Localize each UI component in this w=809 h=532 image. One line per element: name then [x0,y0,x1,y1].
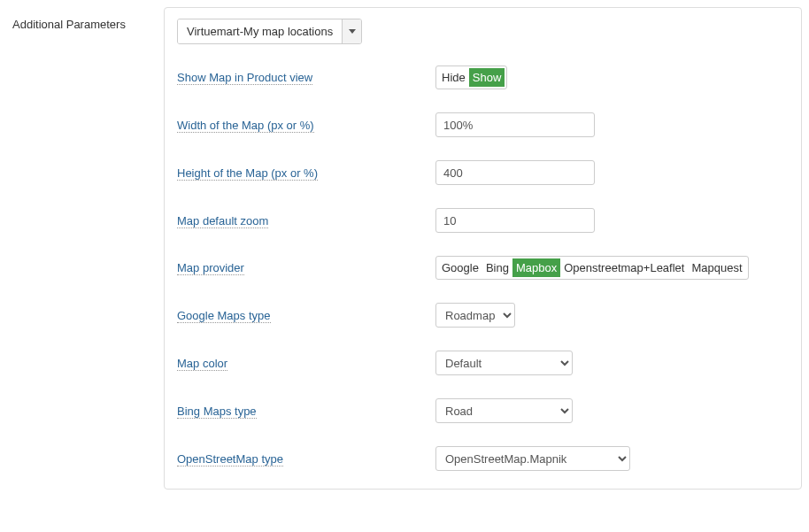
chevron-down-icon [342,19,361,43]
show-map-label: Show Map in Product view [177,71,435,84]
height-label: Height of the Map (px or %) [177,166,435,180]
bing-type-select[interactable]: Road [435,398,573,423]
show-map-option-show[interactable]: Show [469,68,505,87]
provider-option-mapbox[interactable]: Mapbox [512,258,560,277]
parameters-panel: Virtuemart-My map locations Show Map in … [164,7,802,490]
show-map-option-hide[interactable]: Hide [438,68,469,87]
section-title: Additional Parameters [7,7,153,31]
height-label-link[interactable]: Height of the Map (px or %) [177,166,318,181]
provider-option-google[interactable]: Google [438,258,482,277]
provider-label-link[interactable]: Map provider [177,261,244,275]
provider-option-bing[interactable]: Bing [482,258,512,277]
bing-type-label: Bing Maps type [177,405,435,418]
zoom-input[interactable] [435,208,595,233]
google-type-label-link[interactable]: Google Maps type [177,309,271,323]
map-color-select[interactable]: Default [435,351,573,375]
width-input[interactable] [435,112,595,137]
height-input[interactable] [435,160,595,185]
provider-label: Map provider [177,261,435,274]
plugin-select-dropdown[interactable]: Virtuemart-My map locations [177,19,362,44]
google-type-select[interactable]: Roadmap [435,303,515,328]
osm-type-label: OpenStreetMap type [177,452,435,466]
show-map-toggle[interactable]: Hide Show [435,66,507,89]
plugin-select-label: Virtuemart-My map locations [178,19,342,43]
google-type-label: Google Maps type [177,309,435,322]
zoom-label-link[interactable]: Map default zoom [177,214,268,228]
map-color-label-link[interactable]: Map color [177,357,227,371]
show-map-label-link[interactable]: Show Map in Product view [177,71,312,85]
width-label: Width of the Map (px or %) [177,119,435,132]
provider-option-mapquest[interactable]: Mapquest [688,258,745,277]
bing-type-label-link[interactable]: Bing Maps type [177,405,257,419]
width-label-link[interactable]: Width of the Map (px or %) [177,119,314,133]
zoom-label: Map default zoom [177,214,435,227]
provider-toggle[interactable]: Google Bing Mapbox Openstreetmap+Leaflet… [435,256,749,280]
osm-type-select[interactable]: OpenStreetMap.Mapnik [435,446,630,471]
map-color-label: Map color [177,357,435,370]
osm-type-label-link[interactable]: OpenStreetMap type [177,452,283,466]
provider-option-osm-leaflet[interactable]: Openstreetmap+Leaflet [560,258,688,277]
